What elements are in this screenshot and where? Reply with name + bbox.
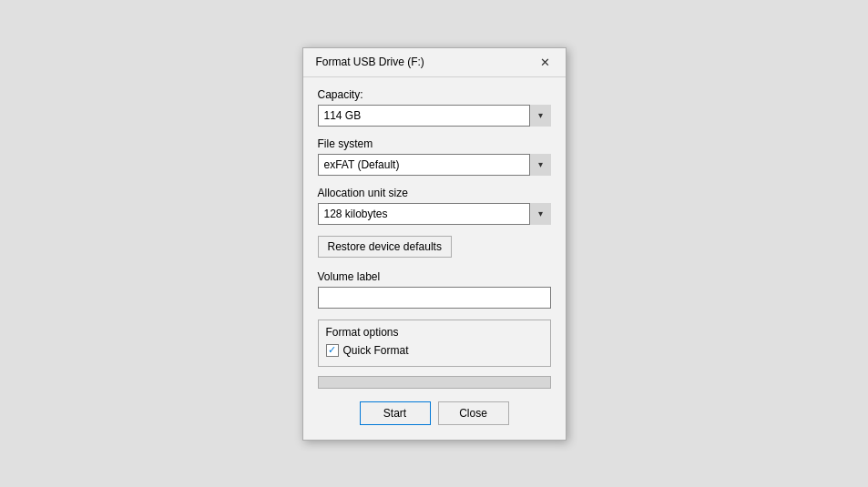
dialog-content: Capacity: 114 GB ▾ File system exFAT (De… [303,77,566,440]
file-system-label: File system [318,137,551,150]
title-close-button[interactable]: ✕ [536,53,555,71]
file-system-select[interactable]: exFAT (Default) FAT32 NTFS [318,154,551,176]
start-button[interactable]: Start [360,401,431,425]
dialog-title: Format USB Drive (F:) [316,56,424,68]
volume-label-input[interactable] [318,287,551,309]
capacity-label: Capacity: [318,88,551,101]
volume-label-label: Volume label [318,270,551,283]
allocation-unit-wrapper: 128 kilobytes 64 kilobytes 32 kilobytes … [318,203,551,225]
title-bar: Format USB Drive (F:) ✕ [303,48,566,77]
capacity-wrapper: 114 GB ▾ [318,105,551,127]
quick-format-row: Quick Format [326,344,543,357]
dialog-buttons: Start Close [318,401,551,425]
capacity-select[interactable]: 114 GB [318,105,551,127]
quick-format-label[interactable]: Quick Format [343,344,409,357]
format-dialog: Format USB Drive (F:) ✕ Capacity: 114 GB… [302,47,567,441]
close-button[interactable]: Close [438,401,509,425]
format-options-box: Format options Quick Format [318,320,551,367]
allocation-unit-select[interactable]: 128 kilobytes 64 kilobytes 32 kilobytes [318,203,551,225]
allocation-unit-label: Allocation unit size [318,187,551,199]
file-system-wrapper: exFAT (Default) FAT32 NTFS ▾ [318,154,551,176]
progress-bar-container [318,376,551,389]
restore-defaults-button[interactable]: Restore device defaults [318,236,452,258]
format-options-legend: Format options [326,326,543,339]
quick-format-checkbox[interactable] [326,344,339,357]
